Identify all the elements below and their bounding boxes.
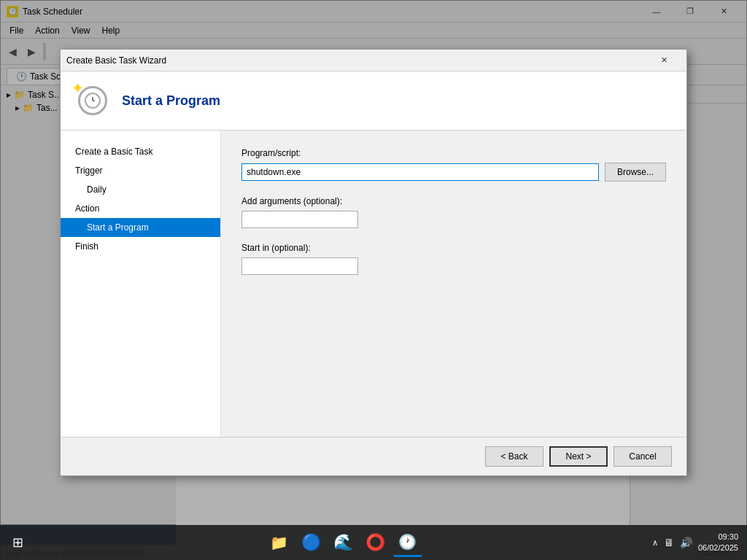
startin-row: [241, 257, 666, 275]
startin-input[interactable]: [241, 257, 358, 275]
wizard-navigation: Create a Basic Task Trigger Daily Action…: [61, 131, 221, 437]
wizard-close-button[interactable]: ✕: [647, 50, 681, 71]
wizard-header: ✦ Start a Program: [61, 71, 686, 131]
wizard-header-icon: ✦: [75, 83, 110, 118]
wizard-nav-create-basic-task[interactable]: Create a Basic Task: [61, 142, 220, 161]
taskbar: ⊞ 📁 🔵 🌊 ⭕ 🕐 ∧ 🖥 🔊: [0, 525, 747, 560]
wizard-form-content: Program/script: Browse... Add arguments …: [221, 131, 686, 437]
chrome-icon: 🔵: [301, 533, 321, 552]
wizard-header-title: Start a Program: [122, 93, 220, 109]
taskbar-file-explorer[interactable]: 📁: [265, 528, 294, 557]
arguments-row: [241, 211, 666, 228]
wizard-nav-trigger[interactable]: Trigger: [61, 161, 220, 180]
start-icon: ⊞: [12, 534, 23, 551]
modal-overlay: Create Basic Task Wizard ✕ ✦: [0, 0, 747, 525]
program-script-group: Program/script: Browse...: [241, 148, 666, 182]
monitor-icon[interactable]: 🖥: [664, 537, 674, 548]
cancel-button[interactable]: Cancel: [614, 446, 672, 467]
time-display: 09:30: [698, 532, 738, 542]
startin-label: Start in (optional):: [241, 243, 666, 253]
date-display: 06/02/2025: [698, 542, 738, 553]
arguments-input[interactable]: [241, 211, 358, 228]
clock-app-icon: 🕐: [398, 533, 417, 551]
browse-button[interactable]: Browse...: [605, 163, 666, 182]
systray-expand-icon[interactable]: ∧: [652, 538, 658, 548]
next-button[interactable]: Next >: [549, 446, 608, 467]
taskbar-clock[interactable]: 09:30 06/02/2025: [698, 532, 738, 554]
clock-icon: [78, 86, 107, 115]
taskbar-right: ∧ 🖥 🔊 09:30 06/02/2025: [652, 532, 747, 554]
arguments-group: Add arguments (optional):: [241, 196, 666, 228]
wizard-nav-action[interactable]: Action: [61, 199, 220, 218]
opera-icon: ⭕: [365, 533, 385, 552]
taskbar-clock-app[interactable]: 🕐: [393, 528, 422, 557]
wizard-footer: < Back Next > Cancel: [61, 437, 686, 475]
taskbar-opera[interactable]: ⭕: [361, 528, 390, 557]
sound-icon[interactable]: 🔊: [680, 537, 692, 548]
wizard-title: Create Basic Task Wizard: [66, 55, 647, 66]
arguments-label: Add arguments (optional):: [241, 196, 666, 206]
edge-icon: 🌊: [333, 533, 353, 552]
desktop: 🕐 Task Scheduler — ❐ ✕ File Action View …: [0, 0, 747, 560]
wizard-nav-start-program[interactable]: Start a Program: [61, 218, 220, 237]
program-script-row: Browse...: [241, 163, 666, 182]
start-button[interactable]: ⊞: [0, 525, 35, 560]
taskbar-chrome[interactable]: 🔵: [297, 528, 326, 557]
file-explorer-icon: 📁: [270, 534, 288, 551]
wizard-nav-daily[interactable]: Daily: [61, 180, 220, 199]
taskbar-edge[interactable]: 🌊: [329, 528, 358, 557]
wizard-titlebar: Create Basic Task Wizard ✕: [61, 50, 686, 71]
wizard-nav-finish[interactable]: Finish: [61, 237, 220, 256]
taskbar-apps: 📁 🔵 🌊 ⭕ 🕐: [35, 528, 652, 557]
wizard-window-controls: ✕: [647, 50, 681, 71]
wizard-dialog: Create Basic Task Wizard ✕ ✦: [60, 49, 687, 476]
wizard-body: Create a Basic Task Trigger Daily Action…: [61, 131, 686, 437]
program-script-input[interactable]: [241, 163, 599, 181]
clock-svg: [84, 92, 101, 109]
system-tray: ∧ 🖥 🔊: [652, 537, 692, 548]
program-script-label: Program/script:: [241, 148, 666, 158]
startin-group: Start in (optional):: [241, 243, 666, 275]
back-button[interactable]: < Back: [485, 446, 543, 467]
